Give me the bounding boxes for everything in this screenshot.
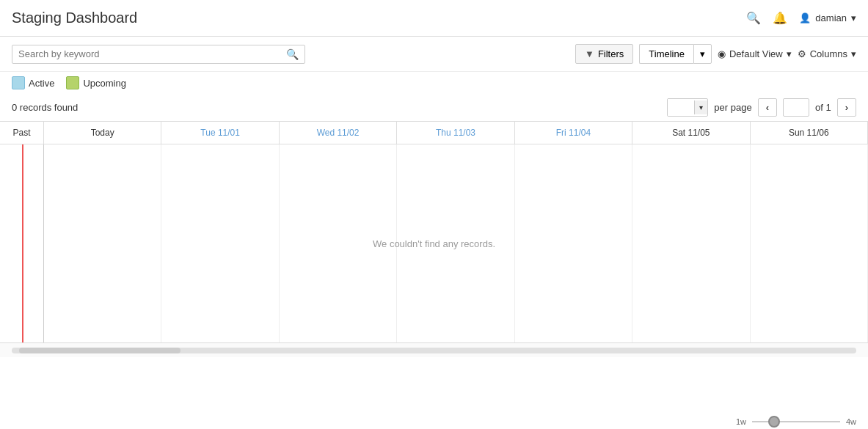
columns-button[interactable]: ⚙ Columns ▾ xyxy=(798,48,856,59)
search-input[interactable] xyxy=(18,48,286,59)
active-color-swatch xyxy=(12,76,25,89)
timeline-col-today: Today xyxy=(44,122,161,144)
timeline-header: Past Today Tue 11/01 Wed 11/02 Thu 11/03… xyxy=(0,122,868,144)
default-view-chevron-icon: ▾ xyxy=(787,48,792,59)
upcoming-color-swatch xyxy=(66,76,79,89)
toolbar-right: ▼ Filters Timeline ▾ ◉ Default View ▾ ⚙ … xyxy=(575,44,856,64)
default-view-button[interactable]: ◉ Default View ▾ xyxy=(718,48,792,59)
timeline-tue-column xyxy=(161,144,279,342)
legend: Active Upcoming xyxy=(0,72,868,94)
timeline-col-tue: Tue 11/01 xyxy=(161,122,279,144)
timeline-button-group: Timeline ▾ xyxy=(639,44,712,64)
legend-active: Active xyxy=(12,76,54,89)
timeline-button[interactable]: Timeline xyxy=(639,44,693,64)
current-page-input[interactable]: 1 xyxy=(783,98,809,117)
timeline-fri-column xyxy=(515,144,632,342)
timeline-col-fri: Fri 11/04 xyxy=(515,122,632,144)
prev-page-button[interactable]: ‹ xyxy=(758,98,777,117)
user-menu[interactable]: 👤 damian ▾ xyxy=(799,12,856,23)
upcoming-label: Upcoming xyxy=(83,78,126,89)
search-icon[interactable]: 🔍 xyxy=(746,11,761,25)
zoom-track xyxy=(752,421,840,422)
timeline-thu-column xyxy=(397,144,514,342)
zoom-max-label: 4w xyxy=(846,417,856,426)
pagination: 20 ▾ per page ‹ 1 of 1 › xyxy=(667,98,856,117)
timeline-container: Past Today Tue 11/01 Wed 11/02 Thu 11/03… xyxy=(0,121,868,414)
eye-view-icon: ◉ xyxy=(718,48,726,59)
zoom-track-container[interactable] xyxy=(752,421,840,422)
columns-chevron-icon: ▾ xyxy=(851,48,856,59)
zoom-bar: 1w 4w xyxy=(0,414,868,429)
bell-icon[interactable]: 🔔 xyxy=(773,11,787,25)
timeline-sun-column xyxy=(751,144,868,342)
timeline-col-sun: Sun 11/06 xyxy=(751,122,868,144)
filter-icon: ▼ xyxy=(585,48,594,59)
filters-button[interactable]: ▼ Filters xyxy=(575,44,633,64)
scrollbar-area[interactable] xyxy=(0,342,868,357)
timeline-dropdown-button[interactable]: ▾ xyxy=(693,44,712,64)
legend-upcoming: Upcoming xyxy=(66,76,126,89)
user-icon: 👤 xyxy=(799,12,811,23)
timeline-sat-column xyxy=(632,144,750,342)
search-submit-icon[interactable]: 🔍 xyxy=(286,48,299,60)
timeline-body: We couldn't find any records. xyxy=(0,144,868,342)
toolbar: 🔍 ▼ Filters Timeline ▾ ◉ Default View ▾ … xyxy=(0,37,868,72)
active-label: Active xyxy=(29,78,54,89)
records-bar: 0 records found 20 ▾ per page ‹ 1 of 1 › xyxy=(0,94,868,121)
timeline-col-sat: Sat 11/05 xyxy=(632,122,750,144)
timeline-today-column xyxy=(44,144,161,342)
timeline-col-wed: Wed 11/02 xyxy=(280,122,397,144)
per-page-select[interactable]: 20 ▾ xyxy=(667,98,708,117)
timeline-past-column xyxy=(0,144,44,342)
timeline-col-past: Past xyxy=(0,122,44,144)
records-count: 0 records found xyxy=(12,102,78,113)
total-pages-label: of 1 xyxy=(815,102,831,113)
timeline-wed-column xyxy=(280,144,397,342)
per-page-input[interactable]: 20 xyxy=(668,99,694,116)
page-title: Staging Dashboard xyxy=(12,10,137,26)
zoom-min-label: 1w xyxy=(736,417,746,426)
next-page-button[interactable]: › xyxy=(837,98,856,117)
per-page-label: per page xyxy=(714,102,751,113)
user-chevron-icon: ▾ xyxy=(851,12,856,23)
header-right: 🔍 🔔 👤 damian ▾ xyxy=(746,11,856,25)
scrollbar-thumb[interactable] xyxy=(19,348,180,353)
gear-icon: ⚙ xyxy=(798,48,806,59)
zoom-knob[interactable] xyxy=(768,416,780,428)
header: Staging Dashboard 🔍 🔔 👤 damian ▾ xyxy=(0,0,868,37)
timeline-dropdown-icon: ▾ xyxy=(700,48,705,59)
today-marker-line xyxy=(22,144,23,342)
user-name: damian xyxy=(815,12,847,23)
scrollbar-track[interactable] xyxy=(12,348,856,353)
per-page-dropdown-icon[interactable]: ▾ xyxy=(694,100,707,114)
main-content: 🔍 ▼ Filters Timeline ▾ ◉ Default View ▾ … xyxy=(0,37,868,429)
timeline-col-thu: Thu 11/03 xyxy=(397,122,514,144)
search-box[interactable]: 🔍 xyxy=(12,45,305,64)
zoom-slider[interactable]: 1w 4w xyxy=(736,417,856,426)
